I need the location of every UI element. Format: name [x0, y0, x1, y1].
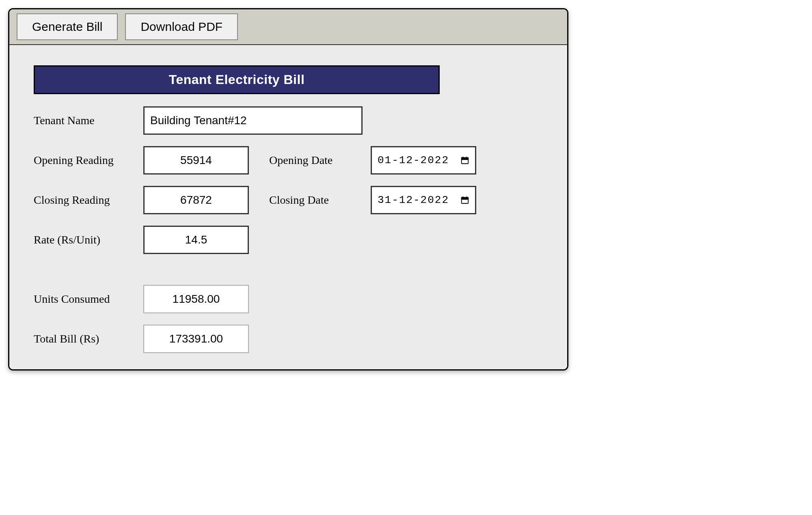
closing-date-input[interactable]: 31-12-2022: [371, 186, 476, 214]
form-content: Tenant Electricity Bill Tenant Name Open…: [9, 45, 567, 369]
opening-date-label: Opening Date: [257, 154, 371, 167]
svg-rect-5: [462, 198, 469, 200]
total-bill-output: [143, 325, 249, 353]
rate-input[interactable]: [143, 226, 249, 254]
opening-date-value: 01-12-2022: [378, 154, 456, 166]
closing-reading-input[interactable]: [143, 186, 249, 214]
units-consumed-label: Units Consumed: [34, 293, 143, 306]
toolbar: Generate Bill Download PDF: [9, 9, 567, 45]
total-bill-label: Total Bill (Rs): [34, 332, 143, 345]
units-consumed-output: [143, 285, 249, 313]
spacer: [34, 265, 484, 274]
opening-reading-label: Opening Reading: [34, 154, 143, 167]
rate-label: Rate (Rs/Unit): [34, 233, 143, 246]
closing-date-label: Closing Date: [257, 194, 371, 207]
tenant-name-label: Tenant Name: [34, 114, 143, 127]
calendar-icon: [460, 196, 469, 205]
opening-reading-input[interactable]: [143, 146, 249, 175]
app-window: Generate Bill Download PDF Tenant Electr…: [8, 8, 568, 371]
opening-date-input[interactable]: 01-12-2022: [371, 146, 476, 175]
tenant-name-input[interactable]: [143, 106, 363, 135]
generate-bill-button[interactable]: Generate Bill: [17, 13, 118, 40]
closing-date-value: 31-12-2022: [378, 194, 456, 206]
closing-reading-label: Closing Reading: [34, 194, 143, 207]
calendar-icon: [460, 156, 469, 165]
svg-rect-1: [462, 158, 469, 160]
form-title: Tenant Electricity Bill: [34, 65, 440, 94]
form-grid: Tenant Name Opening Reading Opening Date…: [34, 106, 543, 353]
download-pdf-button[interactable]: Download PDF: [125, 13, 238, 40]
